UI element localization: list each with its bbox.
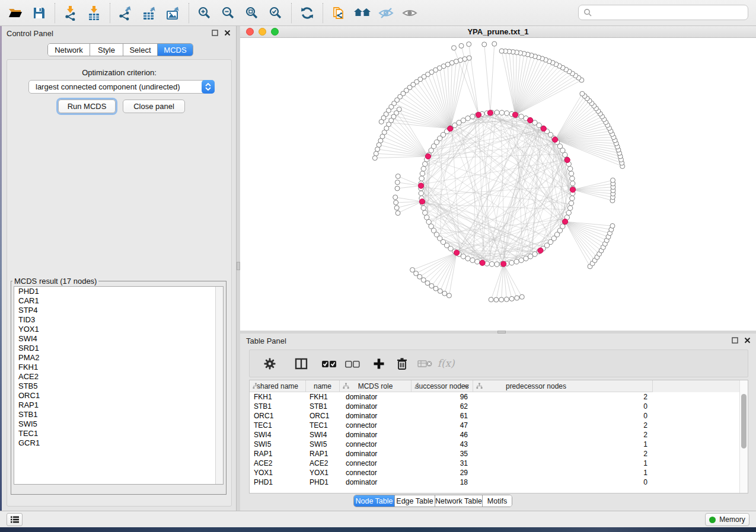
table-cell[interactable]: 1 (473, 468, 653, 477)
clone-network-button[interactable] (327, 2, 350, 24)
table-cell[interactable]: RAP1 (250, 449, 306, 459)
table-cell[interactable]: dominator (340, 449, 412, 459)
tab-select[interactable]: Select (123, 44, 158, 56)
tab-style[interactable]: Style (90, 44, 123, 56)
table-cell[interactable]: connector (340, 421, 412, 430)
scrollbar-thumb[interactable] (741, 394, 747, 448)
table-cell[interactable]: FKH1 (250, 392, 306, 402)
table-row[interactable]: SWI4SWI4dominator462 (250, 430, 748, 440)
table-row[interactable]: YOX1YOX1connector291 (250, 468, 748, 477)
table-row[interactable]: ORC1ORC1dominator610 (250, 411, 748, 421)
table-cell[interactable]: 35 (412, 449, 473, 459)
list-item[interactable]: ORC1 (14, 391, 223, 400)
list-item[interactable]: SRD1 (14, 344, 223, 353)
table-cell[interactable]: dominator (340, 477, 412, 487)
unselect-all-columns-button[interactable] (340, 352, 363, 375)
table-cell[interactable]: YOX1 (306, 468, 340, 477)
table-cell[interactable]: 29 (412, 468, 473, 477)
table-cell[interactable]: ORC1 (306, 411, 340, 421)
tab-network-table[interactable]: Network Table (435, 495, 483, 507)
list-item[interactable]: STB5 (14, 382, 223, 391)
table-cell[interactable]: SWI4 (306, 430, 340, 440)
close-panel-button[interactable]: Close panel (123, 100, 185, 113)
table-cell[interactable]: PHD1 (250, 477, 306, 487)
network-canvas[interactable] (240, 38, 756, 331)
column-header-successor-nodes[interactable]: successor nodes (412, 380, 473, 392)
table-cell[interactable]: 0 (473, 402, 653, 411)
close-panel-icon[interactable] (744, 336, 751, 344)
list-item[interactable]: TID3 (14, 315, 223, 325)
table-cell[interactable]: 2 (473, 392, 653, 402)
zoom-in-button[interactable] (193, 2, 216, 24)
criterion-dropdown[interactable]: largest connected component (undirected) (28, 80, 215, 94)
add-column-button[interactable] (367, 352, 390, 375)
list-item[interactable]: GCR1 (14, 438, 223, 448)
table-row[interactable]: RAP1RAP1dominator352 (250, 449, 748, 459)
table-options-button[interactable] (258, 352, 281, 375)
list-item[interactable]: ACE2 (14, 372, 223, 382)
tab-motifs[interactable]: Motifs (483, 495, 512, 507)
tab-mcds[interactable]: MCDS (158, 44, 193, 56)
table-cell[interactable]: 61 (412, 411, 473, 421)
table-row[interactable]: FKH1FKH1dominator962 (250, 392, 748, 402)
table-cell[interactable]: 62 (412, 402, 473, 411)
open-file-button[interactable] (4, 2, 27, 24)
table-row[interactable]: STB1STB1dominator620 (250, 402, 748, 411)
list-scrollbar[interactable] (215, 287, 223, 484)
table-row[interactable]: SWI5SWI5connector431 (250, 440, 748, 449)
table-cell[interactable]: ACE2 (306, 459, 340, 468)
column-header-predecessor-nodes[interactable]: predecessor nodes (473, 380, 653, 392)
list-item[interactable]: RAP1 (14, 400, 223, 410)
search-input[interactable] (595, 8, 748, 17)
table-row[interactable]: TEC1TEC1connector472 (250, 421, 748, 430)
table-cell[interactable]: YOX1 (250, 468, 306, 477)
zoom-selected-button[interactable] (264, 2, 288, 24)
show-column-panel-button[interactable] (289, 352, 312, 375)
table-cell[interactable]: TEC1 (306, 421, 340, 430)
zoom-fit-button[interactable] (240, 2, 264, 24)
table-cell[interactable]: 43 (412, 440, 473, 449)
table-cell[interactable]: 2 (473, 430, 653, 440)
table-cell[interactable]: ORC1 (250, 411, 306, 421)
column-header-name[interactable]: name (306, 380, 340, 392)
table-cell[interactable]: 31 (412, 459, 473, 468)
table-cell[interactable]: TEC1 (250, 421, 306, 430)
table-cell[interactable]: 2 (473, 421, 653, 430)
select-all-columns-button[interactable] (317, 352, 340, 375)
table-cell[interactable]: dominator (340, 402, 412, 411)
tab-network[interactable]: Network (48, 44, 90, 56)
list-item[interactable]: STB1 (14, 410, 223, 419)
table-cell[interactable]: 1 (473, 459, 653, 468)
table-cell[interactable]: 2 (473, 449, 653, 459)
hide-selected-button[interactable] (374, 2, 398, 24)
table-cell[interactable]: FKH1 (306, 392, 340, 402)
table-cell[interactable]: dominator (340, 392, 412, 402)
mcds-result-list[interactable]: PHD1CAR1STP4TID3YOX1SWI4SRD1PMA2FKH1ACE2… (14, 286, 224, 485)
table-cell[interactable]: STB1 (250, 402, 306, 411)
table-cell[interactable]: connector (340, 440, 412, 449)
export-network-button[interactable] (114, 2, 138, 24)
memory-button[interactable]: Memory (705, 513, 749, 526)
table-cell[interactable]: connector (340, 468, 412, 477)
delete-columns-button[interactable] (390, 352, 413, 375)
table-cell[interactable]: 96 (412, 392, 473, 402)
refresh-view-button[interactable] (295, 2, 319, 24)
table-cell[interactable]: dominator (340, 411, 412, 421)
table-row[interactable]: PHD1PHD1dominator180 (250, 477, 748, 487)
column-header-shared-name[interactable]: shared name (250, 380, 306, 392)
first-neighbors-button[interactable] (350, 2, 374, 24)
list-item[interactable]: PMA2 (14, 353, 223, 363)
table-cell[interactable]: 0 (473, 477, 653, 487)
list-item[interactable]: FKH1 (14, 363, 223, 372)
table-cell[interactable]: 47 (412, 421, 473, 430)
float-panel-icon[interactable] (731, 336, 739, 344)
column-header-mcds-role[interactable]: MCDS role (340, 380, 412, 392)
tab-node-table[interactable]: Node Table (354, 495, 395, 507)
import-network-button[interactable] (59, 2, 82, 24)
list-item[interactable]: TEC1 (14, 429, 223, 438)
list-item[interactable]: YOX1 (14, 325, 223, 334)
table-cell[interactable]: SWI5 (306, 440, 340, 449)
table-cell[interactable]: 1 (473, 440, 653, 449)
table-row[interactable]: ACE2ACE2connector311 (250, 459, 748, 468)
zoom-out-button[interactable] (216, 2, 240, 24)
